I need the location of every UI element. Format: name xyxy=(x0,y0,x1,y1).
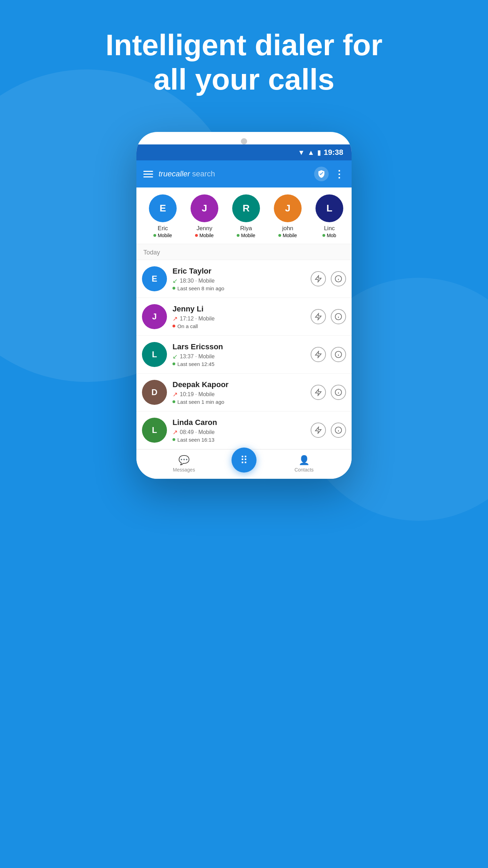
info-button[interactable] xyxy=(331,347,346,362)
call-meta: ↙ 18:30 · Mobile xyxy=(173,277,311,285)
fav-avatar: J xyxy=(191,194,218,222)
headline: Intelligent dialer for all your calls xyxy=(0,28,488,97)
fav-name: Jenny xyxy=(196,225,212,232)
info-icon xyxy=(335,275,342,283)
call-direction-icon: ↙ xyxy=(173,353,178,360)
dial-icon: ⠿ xyxy=(240,454,248,466)
fav-avatar: R xyxy=(232,194,260,222)
search-area[interactable]: truecaller search xyxy=(159,169,309,178)
call-item-1[interactable]: J Jenny Li ↗ 17:12 · Mobile On a call xyxy=(136,298,352,336)
call-info: Eric Taylor ↙ 18:30 · Mobile Last seen 8… xyxy=(173,267,311,291)
headline-line1: Intelligent dialer for xyxy=(106,28,382,61)
call-meta: ↗ 17:12 · Mobile xyxy=(173,315,311,323)
call-direction-icon: ↗ xyxy=(173,391,178,398)
call-status: Last seen 8 min ago xyxy=(173,285,311,291)
nav-contacts[interactable]: 👤 Contacts xyxy=(256,455,352,473)
signal-icon: ▲ xyxy=(308,149,314,157)
call-meta: ↗ 08:49 · Mobile xyxy=(173,428,311,436)
fav-status: Mob xyxy=(322,233,336,238)
svg-marker-0 xyxy=(315,276,321,282)
fav-name: Eric xyxy=(158,225,168,232)
flash-call-button[interactable] xyxy=(311,271,326,286)
fav-avatar: L xyxy=(315,194,343,222)
fav-name: john xyxy=(282,225,293,232)
search-label: search xyxy=(192,169,215,178)
call-actions xyxy=(311,309,346,324)
call-actions xyxy=(311,423,346,438)
info-button[interactable] xyxy=(331,423,346,438)
call-time: 18:30 · Mobile xyxy=(180,278,215,284)
fav-avatar: J xyxy=(274,194,302,222)
call-name: Eric Taylor xyxy=(173,267,311,276)
fav-item-eric[interactable]: E Eric Mobile xyxy=(142,194,184,238)
phone-mockup: ▼ ▲ ▮ 19:38 truecaller search ⋮ E Eric xyxy=(136,132,352,479)
call-time: 17:12 · Mobile xyxy=(180,316,215,322)
status-dot xyxy=(322,234,325,237)
call-avatar: J xyxy=(142,304,167,329)
call-info: Lars Ericsson ↙ 13:37 · Mobile Last seen… xyxy=(173,342,311,367)
call-name: Linda Caron xyxy=(173,418,311,427)
info-icon xyxy=(335,313,342,320)
call-time: 13:37 · Mobile xyxy=(180,353,215,360)
more-options-button[interactable]: ⋮ xyxy=(334,168,345,180)
status-dot xyxy=(195,234,198,237)
info-icon xyxy=(335,389,342,396)
presence-dot xyxy=(173,438,175,441)
presence-dot xyxy=(173,362,175,365)
flash-icon xyxy=(314,313,322,320)
call-meta: ↙ 13:37 · Mobile xyxy=(173,353,311,360)
headline-line2: all your calls xyxy=(153,62,334,96)
status-time: 19:38 xyxy=(324,148,343,157)
call-status: Last seen 1 min ago xyxy=(173,399,311,405)
flash-icon xyxy=(314,275,322,283)
call-direction-icon: ↗ xyxy=(173,428,178,436)
call-status: Last seen 16:13 xyxy=(173,437,311,443)
dial-fab[interactable]: ⠿ xyxy=(232,448,256,473)
flash-call-button[interactable] xyxy=(311,347,326,362)
call-status-text: Last seen 16:13 xyxy=(177,437,214,443)
flash-call-button[interactable] xyxy=(311,309,326,324)
flash-icon xyxy=(314,426,322,434)
info-button[interactable] xyxy=(331,271,346,286)
call-status: Last seen 12:45 xyxy=(173,361,311,367)
hamburger-menu[interactable] xyxy=(143,171,153,177)
flash-call-button[interactable] xyxy=(311,385,326,400)
nav-messages[interactable]: 💬 Messages xyxy=(136,455,232,473)
call-item-2[interactable]: L Lars Ericsson ↙ 13:37 · Mobile Last se… xyxy=(136,336,352,374)
info-button[interactable] xyxy=(331,309,346,324)
fav-item-jenny[interactable]: J Jenny Mobile xyxy=(184,194,225,238)
shield-button[interactable] xyxy=(314,167,329,181)
bottom-nav: 💬 Messages ⠿ 👤 Contacts xyxy=(136,449,352,479)
info-button[interactable] xyxy=(331,385,346,400)
presence-dot xyxy=(173,400,175,403)
call-actions xyxy=(311,347,346,362)
call-status-text: Last seen 12:45 xyxy=(177,361,214,367)
status-icons: ▼ ▲ ▮ 19:38 xyxy=(298,148,343,157)
info-icon xyxy=(335,351,342,358)
battery-icon: ▮ xyxy=(317,148,321,157)
flash-call-button[interactable] xyxy=(311,423,326,438)
call-avatar: L xyxy=(142,342,167,367)
call-list: E Eric Taylor ↙ 18:30 · Mobile Last seen… xyxy=(136,260,352,449)
messages-icon: 💬 xyxy=(178,455,190,466)
status-dot xyxy=(237,234,239,237)
truecaller-logo: truecaller xyxy=(159,169,190,178)
call-item-0[interactable]: E Eric Taylor ↙ 18:30 · Mobile Last seen… xyxy=(136,260,352,298)
contacts-icon: 👤 xyxy=(298,455,310,466)
fav-status: Mobile xyxy=(278,233,297,238)
fav-avatar: E xyxy=(149,194,177,222)
call-name: Lars Ericsson xyxy=(173,342,311,351)
call-status-text: On a call xyxy=(177,323,198,329)
flash-icon xyxy=(314,351,322,358)
fav-item-riya[interactable]: R Riya Mobile xyxy=(225,194,267,238)
camera-dot xyxy=(241,138,247,144)
fav-name: Riya xyxy=(240,225,252,232)
call-item-3[interactable]: D Deepak Kapoor ↗ 10:19 · Mobile Last se… xyxy=(136,374,352,411)
app-bar: truecaller search ⋮ xyxy=(136,160,352,187)
status-bar: ▼ ▲ ▮ 19:38 xyxy=(136,144,352,160)
fav-item-linc[interactable]: L Linc Mob xyxy=(309,194,350,238)
fav-item-john[interactable]: J john Mobile xyxy=(267,194,309,238)
call-status: On a call xyxy=(173,323,311,329)
call-item-4[interactable]: L Linda Caron ↗ 08:49 · Mobile Last seen… xyxy=(136,411,352,449)
call-time: 10:19 · Mobile xyxy=(180,391,215,398)
